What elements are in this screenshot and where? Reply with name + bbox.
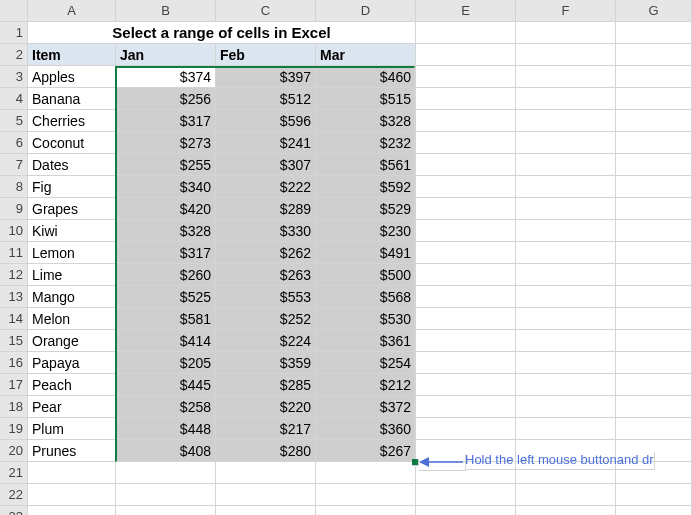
- cell-empty[interactable]: [616, 374, 692, 396]
- cell-mar[interactable]: $568: [316, 286, 416, 308]
- cell-empty[interactable]: [416, 44, 516, 66]
- cell-empty[interactable]: [416, 352, 516, 374]
- cell-feb[interactable]: $359: [216, 352, 316, 374]
- cell-mar[interactable]: $230: [316, 220, 416, 242]
- cell-feb[interactable]: $307: [216, 154, 316, 176]
- cell-empty[interactable]: [216, 484, 316, 506]
- cell-item[interactable]: Grapes: [28, 198, 116, 220]
- column-header-F[interactable]: F: [516, 0, 616, 22]
- cell-feb[interactable]: $512: [216, 88, 316, 110]
- cell-empty[interactable]: [416, 506, 516, 515]
- header-feb[interactable]: Feb: [216, 44, 316, 66]
- row-header-17[interactable]: 17: [0, 374, 28, 396]
- cell-item[interactable]: Apples: [28, 66, 116, 88]
- cell-empty[interactable]: [516, 506, 616, 515]
- cell-jan[interactable]: $205: [116, 352, 216, 374]
- row-header-23[interactable]: 23: [0, 506, 28, 515]
- cell-jan[interactable]: $525: [116, 286, 216, 308]
- cell-item[interactable]: Lime: [28, 264, 116, 286]
- cell-empty[interactable]: [516, 308, 616, 330]
- column-header-A[interactable]: A: [28, 0, 116, 22]
- cell-mar[interactable]: $530: [316, 308, 416, 330]
- column-header-D[interactable]: D: [316, 0, 416, 22]
- cell-feb[interactable]: $252: [216, 308, 316, 330]
- cell-empty[interactable]: [116, 484, 216, 506]
- cell-empty[interactable]: [516, 132, 616, 154]
- cell-mar[interactable]: $460: [316, 66, 416, 88]
- cell-empty[interactable]: [416, 198, 516, 220]
- cell-empty[interactable]: [416, 484, 516, 506]
- cell-empty[interactable]: [416, 22, 516, 44]
- cell-empty[interactable]: [516, 154, 616, 176]
- cell-item[interactable]: Fig: [28, 176, 116, 198]
- cell-jan[interactable]: $317: [116, 110, 216, 132]
- cell-empty[interactable]: [416, 154, 516, 176]
- cell-item[interactable]: Plum: [28, 418, 116, 440]
- cell-jan[interactable]: $258: [116, 396, 216, 418]
- cell-feb[interactable]: $280: [216, 440, 316, 462]
- cell-empty[interactable]: [416, 330, 516, 352]
- header-jan[interactable]: Jan: [116, 44, 216, 66]
- row-header-4[interactable]: 4: [0, 88, 28, 110]
- cell-empty[interactable]: [616, 330, 692, 352]
- cell-mar[interactable]: $491: [316, 242, 416, 264]
- cell-feb[interactable]: $596: [216, 110, 316, 132]
- cell-jan[interactable]: $448: [116, 418, 216, 440]
- row-header-9[interactable]: 9: [0, 198, 28, 220]
- row-header-8[interactable]: 8: [0, 176, 28, 198]
- row-header-21[interactable]: 21: [0, 462, 28, 484]
- cell-empty[interactable]: [516, 198, 616, 220]
- cell-empty[interactable]: [416, 66, 516, 88]
- cell-item[interactable]: Pear: [28, 396, 116, 418]
- cell-empty[interactable]: [616, 88, 692, 110]
- row-header-19[interactable]: 19: [0, 418, 28, 440]
- column-header-G[interactable]: G: [616, 0, 692, 22]
- cell-empty[interactable]: [516, 330, 616, 352]
- cell-empty[interactable]: [516, 242, 616, 264]
- cell-mar[interactable]: $561: [316, 154, 416, 176]
- cell-empty[interactable]: [416, 396, 516, 418]
- cell-empty[interactable]: [416, 220, 516, 242]
- cell-jan[interactable]: $328: [116, 220, 216, 242]
- row-header-2[interactable]: 2: [0, 44, 28, 66]
- cell-empty[interactable]: [316, 462, 416, 484]
- cell-jan[interactable]: $445: [116, 374, 216, 396]
- cell-empty[interactable]: [516, 88, 616, 110]
- cell-item[interactable]: Prunes: [28, 440, 116, 462]
- cell-empty[interactable]: [116, 506, 216, 515]
- header-mar[interactable]: Mar: [316, 44, 416, 66]
- cell-empty[interactable]: [416, 88, 516, 110]
- row-header-18[interactable]: 18: [0, 396, 28, 418]
- cell-feb[interactable]: $217: [216, 418, 316, 440]
- cell-empty[interactable]: [416, 132, 516, 154]
- cell-empty[interactable]: [616, 264, 692, 286]
- cell-mar[interactable]: $267: [316, 440, 416, 462]
- cell-feb[interactable]: $285: [216, 374, 316, 396]
- cell-jan[interactable]: $317: [116, 242, 216, 264]
- cell-empty[interactable]: [416, 264, 516, 286]
- cell-jan[interactable]: $420: [116, 198, 216, 220]
- cell-empty[interactable]: [616, 418, 692, 440]
- row-header-22[interactable]: 22: [0, 484, 28, 506]
- cell-item[interactable]: Mango: [28, 286, 116, 308]
- column-header-C[interactable]: C: [216, 0, 316, 22]
- cell-empty[interactable]: [616, 396, 692, 418]
- column-header-B[interactable]: B: [116, 0, 216, 22]
- cell-empty[interactable]: [616, 220, 692, 242]
- cell-feb[interactable]: $220: [216, 396, 316, 418]
- row-header-13[interactable]: 13: [0, 286, 28, 308]
- cell-empty[interactable]: [316, 506, 416, 515]
- cell-empty[interactable]: [616, 176, 692, 198]
- cell-mar[interactable]: $360: [316, 418, 416, 440]
- cell-feb[interactable]: $224: [216, 330, 316, 352]
- row-header-11[interactable]: 11: [0, 242, 28, 264]
- cell-empty[interactable]: [616, 198, 692, 220]
- cell-jan[interactable]: $260: [116, 264, 216, 286]
- cell-empty[interactable]: [516, 484, 616, 506]
- cell-mar[interactable]: $372: [316, 396, 416, 418]
- row-header-20[interactable]: 20: [0, 440, 28, 462]
- cell-empty[interactable]: [416, 242, 516, 264]
- cell-empty[interactable]: [516, 396, 616, 418]
- cell-item[interactable]: Orange: [28, 330, 116, 352]
- cell-empty[interactable]: [28, 462, 116, 484]
